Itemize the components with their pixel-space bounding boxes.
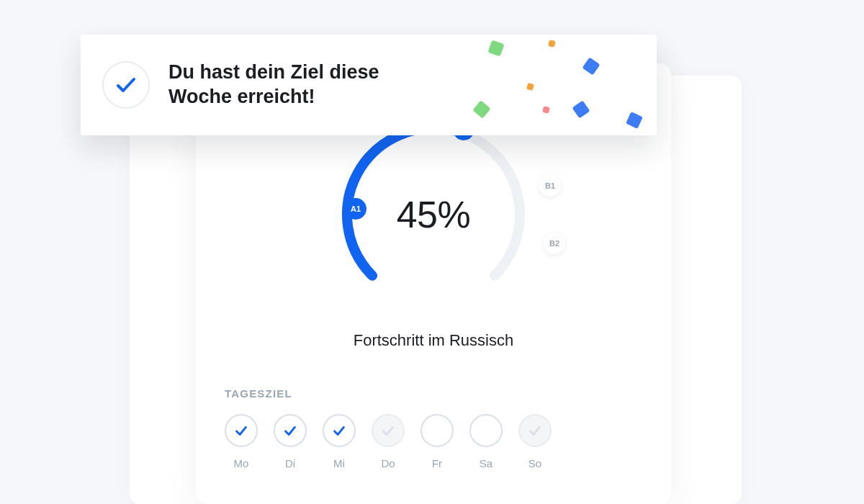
- day-item[interactable]: So: [518, 414, 552, 469]
- day-item[interactable]: Do: [372, 414, 405, 469]
- day-circle: [469, 414, 503, 447]
- days-row: MoDiMiDoFrSaSo: [225, 414, 642, 469]
- day-item[interactable]: Fr: [420, 414, 454, 469]
- level-badge-b1: B1: [539, 175, 561, 197]
- day-circle: [225, 414, 258, 447]
- day-circle: [518, 414, 552, 447]
- day-circle: [323, 414, 356, 447]
- day-item[interactable]: Mo: [225, 414, 258, 469]
- check-circle-icon: [102, 61, 150, 109]
- level-badge-a1: A1: [345, 198, 366, 220]
- day-label: Di: [285, 457, 295, 469]
- day-circle: [420, 414, 454, 447]
- banner-message: Du hast dein Ziel diese Woche erreicht!: [168, 60, 442, 109]
- progress-percent: 45%: [225, 193, 642, 236]
- daily-goal-title: TAGESZIEL: [225, 387, 642, 400]
- day-label: Mo: [234, 457, 249, 469]
- check-icon: [282, 423, 298, 438]
- daily-goal-section: TAGESZIEL MoDiMiDoFrSaSo: [225, 387, 642, 469]
- day-label: Do: [381, 457, 395, 469]
- goal-achieved-banner: Du hast dein Ziel diese Woche erreicht!: [81, 35, 657, 135]
- day-label: Fr: [432, 457, 442, 469]
- check-icon: [527, 423, 543, 438]
- level-badge-b2: B2: [544, 233, 565, 254]
- day-label: Sa: [480, 457, 492, 469]
- progress-label: Fortschritt im Russisch: [225, 331, 642, 350]
- day-label: So: [528, 457, 541, 469]
- day-circle: [372, 414, 405, 447]
- day-item[interactable]: Mi: [323, 414, 356, 469]
- confetti-icon: [441, 35, 657, 135]
- day-label: Mi: [333, 457, 345, 469]
- day-item[interactable]: Sa: [469, 414, 503, 469]
- day-circle: [274, 414, 307, 447]
- check-icon: [331, 423, 347, 438]
- check-icon: [380, 423, 396, 438]
- check-icon: [233, 423, 249, 438]
- day-item[interactable]: Di: [274, 414, 307, 469]
